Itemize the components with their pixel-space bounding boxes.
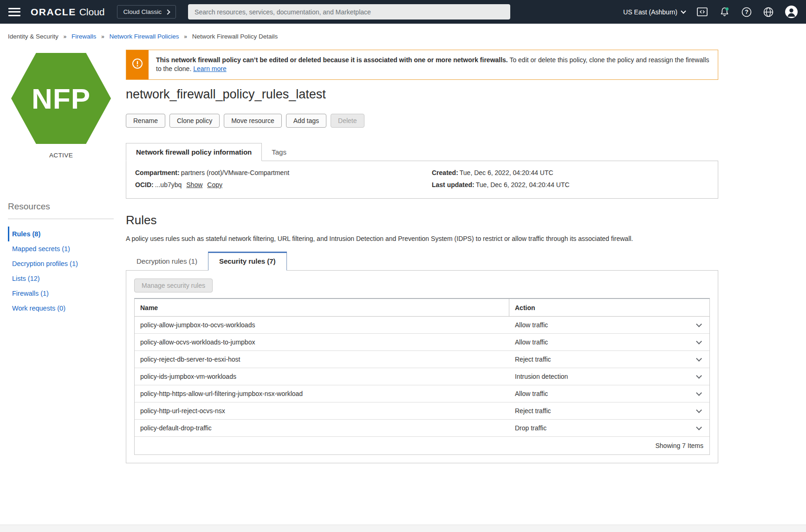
hamburger-menu-icon[interactable] — [8, 8, 20, 16]
rule-name: policy-ids-jumpbox-vm-workloads — [135, 373, 509, 380]
rule-name: policy-http-url-reject-ocvs-nsx — [135, 407, 509, 415]
last-updated-value: Tue, Dec 6, 2022, 04:20:44 UTC — [476, 181, 570, 188]
column-header-name: Name — [135, 299, 509, 316]
sidebar-item-decryption-profiles[interactable]: Decryption profiles (1) — [8, 256, 126, 271]
table-row[interactable]: policy-reject-db-server-to-esxi-host Rej… — [135, 351, 709, 368]
ocid-copy-link[interactable]: Copy — [207, 181, 222, 188]
rule-action: Reject traffic — [509, 407, 688, 415]
chevron-down-icon — [681, 8, 686, 13]
compartment-field: Compartment:partners (root)/VMware-Compa… — [135, 169, 432, 176]
rules-tab-strip: Decryption rules (1) Security rules (7) — [126, 252, 718, 270]
warning-icon — [132, 58, 143, 69]
page-title: network_firewall_policy_rules_latest — [126, 87, 718, 102]
action-buttons: Rename Clone policy Move resource Add ta… — [126, 114, 718, 128]
search-input[interactable] — [188, 4, 510, 19]
column-header-action: Action — [509, 304, 688, 311]
ocid-label: OCID: — [135, 181, 154, 188]
region-label: US East (Ashburn) — [623, 8, 677, 16]
rule-action: Allow traffic — [509, 321, 688, 329]
breadcrumb: Identity & Security » Firewalls » Networ… — [0, 24, 806, 40]
rules-section-title: Rules — [126, 213, 718, 227]
manage-security-rules-button[interactable]: Manage security rules — [134, 279, 213, 292]
svg-text:?: ? — [745, 9, 748, 15]
table-header-row: Name Action — [135, 299, 709, 317]
created-value: Tue, Dec 6, 2022, 04:20:44 UTC — [460, 169, 553, 176]
rule-name: policy-default-drop-traffic — [135, 424, 509, 432]
oracle-cloud-logo: ORACLE Cloud — [31, 6, 105, 18]
table-row[interactable]: policy-http-url-reject-ocvs-nsx Reject t… — [135, 402, 709, 420]
sidebar-item-rules[interactable]: Rules (8) — [8, 227, 126, 241]
delete-button[interactable]: Delete — [331, 114, 364, 128]
ocid-field: OCID:...ub7ybqShowCopy — [135, 181, 432, 188]
rule-action: Reject traffic — [509, 356, 688, 363]
chevron-down-icon[interactable] — [696, 424, 702, 430]
cloud-classic-button[interactable]: Cloud Classic — [117, 5, 176, 19]
cloud-shell-console-icon[interactable] — [697, 7, 708, 16]
table-row[interactable]: policy-allow-jumpbox-to-ocvs-workloads A… — [135, 317, 709, 334]
breadcrumb-link-firewalls[interactable]: Firewalls — [72, 33, 96, 40]
rule-action: Drop traffic — [509, 424, 688, 432]
warning-banner-accent — [126, 50, 149, 79]
tab-network-firewall-policy-information[interactable]: Network firewall policy information — [126, 143, 262, 161]
clone-policy-button[interactable]: Clone policy — [169, 114, 220, 128]
sidebar-divider — [8, 219, 114, 219]
resources-nav: Rules (8) Mapped secrets (1) Decryption … — [8, 227, 126, 316]
security-rules-panel: Manage security rules Name Action policy… — [126, 270, 718, 463]
brand-oracle: ORACLE — [31, 6, 76, 18]
left-sidebar: NFP ACTIVE Resources Rules (8) Mapped se… — [0, 40, 126, 316]
add-tags-button[interactable]: Add tags — [286, 114, 326, 128]
rule-name: policy-http-https-allow-url-filtering-ju… — [135, 390, 509, 397]
chevron-down-icon[interactable] — [696, 338, 702, 344]
rename-button[interactable]: Rename — [126, 114, 165, 128]
breadcrumb-separator: » — [184, 33, 187, 40]
tab-decryption-rules[interactable]: Decryption rules (1) — [126, 252, 208, 270]
breadcrumb-item-current: Network Firewall Policy Details — [192, 33, 278, 40]
rule-name: policy-allow-ocvs-workloads-to-jumpbox — [135, 338, 509, 346]
region-selector[interactable]: US East (Ashburn) — [623, 8, 685, 16]
sidebar-item-work-requests[interactable]: Work requests (0) — [8, 301, 126, 316]
sidebar-item-mapped-secrets[interactable]: Mapped secrets (1) — [8, 241, 126, 256]
chevron-down-icon[interactable] — [696, 321, 702, 327]
table-row[interactable]: policy-http-https-allow-url-filtering-ju… — [135, 385, 709, 402]
table-row[interactable]: policy-allow-ocvs-workloads-to-jumpbox A… — [135, 334, 709, 351]
chevron-down-icon[interactable] — [696, 390, 702, 396]
breadcrumb-link-network-firewall-policies[interactable]: Network Firewall Policies — [110, 33, 179, 40]
notifications-bell-icon[interactable] — [719, 6, 730, 17]
nfp-hexagon-badge: NFP — [11, 53, 111, 144]
chevron-down-icon[interactable] — [696, 373, 702, 379]
move-resource-button[interactable]: Move resource — [224, 114, 282, 128]
rule-name: policy-allow-jumpbox-to-ocvs-workloads — [135, 321, 509, 329]
security-rules-table: Name Action policy-allow-jumpbox-to-ocvs… — [134, 298, 710, 455]
compartment-value: partners (root)/VMware-Compartment — [181, 169, 289, 176]
created-label: Created: — [432, 169, 458, 176]
brand-cloud: Cloud — [79, 6, 105, 18]
rules-description: A policy uses rules such as stateful net… — [126, 235, 718, 242]
user-avatar[interactable] — [785, 6, 798, 18]
chevron-down-icon[interactable] — [696, 356, 702, 362]
resources-heading: Resources — [8, 201, 126, 212]
rule-action: Allow traffic — [509, 390, 688, 397]
breadcrumb-item-identity-security: Identity & Security — [8, 33, 58, 40]
table-row[interactable]: policy-default-drop-traffic Drop traffic — [135, 420, 709, 437]
ocid-value: ...ub7ybq — [155, 181, 182, 188]
last-updated-field: Last updated:Tue, Dec 6, 2022, 04:20:44 … — [432, 181, 709, 188]
breadcrumb-separator: » — [64, 33, 67, 40]
table-row[interactable]: policy-ids-jumpbox-vm-workloads Intrusio… — [135, 368, 709, 385]
sidebar-item-lists[interactable]: Lists (12) — [8, 271, 126, 286]
policy-information-panel: Compartment:partners (root)/VMware-Compa… — [126, 161, 718, 199]
sidebar-item-firewalls[interactable]: Firewalls (1) — [8, 286, 126, 301]
info-tab-strip: Network firewall policy information Tags — [126, 143, 718, 161]
compartment-label: Compartment: — [135, 169, 180, 176]
chevron-down-icon[interactable] — [696, 407, 702, 413]
help-icon[interactable]: ? — [741, 7, 752, 17]
warning-banner-text: This network firewall policy can’t be ed… — [149, 50, 718, 79]
rule-name: policy-reject-db-server-to-esxi-host — [135, 356, 509, 363]
breadcrumb-separator: » — [101, 33, 104, 40]
tab-security-rules[interactable]: Security rules (7) — [208, 252, 287, 271]
learn-more-link[interactable]: Learn more — [193, 65, 227, 72]
language-globe-icon[interactable] — [763, 7, 774, 17]
cloud-classic-label: Cloud Classic — [124, 8, 162, 15]
ocid-show-link[interactable]: Show — [186, 181, 202, 188]
status-active-label: ACTIVE — [11, 152, 111, 159]
tab-tags[interactable]: Tags — [262, 143, 296, 161]
